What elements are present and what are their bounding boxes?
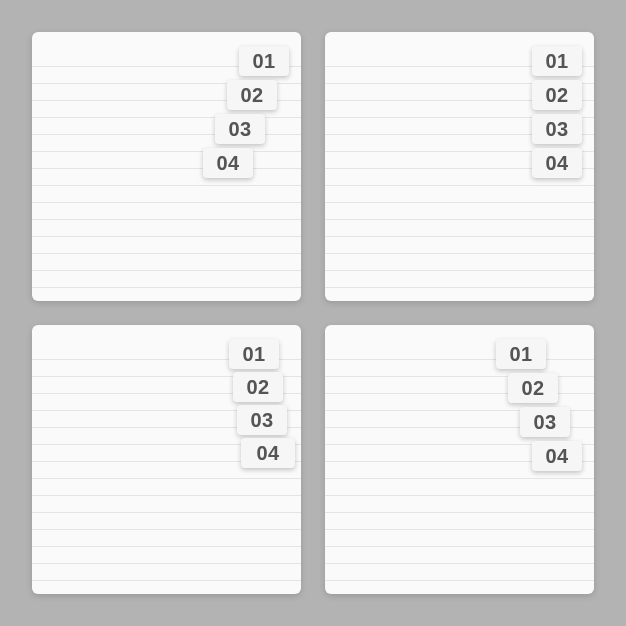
tab-02[interactable]: 02 — [227, 80, 277, 110]
tab-02[interactable]: 02 — [508, 373, 558, 403]
tab-04[interactable]: 04 — [203, 148, 253, 178]
tab-01[interactable]: 01 — [229, 339, 279, 369]
tab-03[interactable]: 03 — [215, 114, 265, 144]
tab-01[interactable]: 01 — [532, 46, 582, 76]
tab-01[interactable]: 01 — [496, 339, 546, 369]
tab-stack: 01 02 03 04 — [532, 339, 582, 471]
notepad-cascading-left: 01 02 03 04 — [32, 32, 301, 301]
tab-stack: 01 02 03 04 — [239, 46, 289, 178]
tab-stack: 01 02 03 04 — [532, 46, 582, 178]
tab-01[interactable]: 01 — [239, 46, 289, 76]
tab-02[interactable]: 02 — [233, 372, 283, 402]
tab-stack: 01 02 03 04 — [235, 339, 289, 468]
tab-04[interactable]: 04 — [241, 438, 295, 468]
tab-03[interactable]: 03 — [237, 405, 287, 435]
notepad-cascading-right: 01 02 03 04 — [325, 325, 594, 594]
notepad-flush-right: 01 02 03 04 — [325, 32, 594, 301]
tab-03[interactable]: 03 — [532, 114, 582, 144]
tab-04[interactable]: 04 — [532, 148, 582, 178]
tab-04[interactable]: 04 — [532, 441, 582, 471]
tab-03[interactable]: 03 — [520, 407, 570, 437]
notepad-staggered-mixed: 01 02 03 04 — [32, 325, 301, 594]
tab-02[interactable]: 02 — [532, 80, 582, 110]
